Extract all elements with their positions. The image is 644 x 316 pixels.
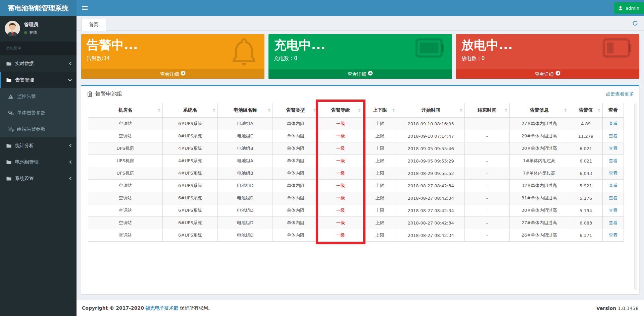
sort-icon[interactable] <box>564 109 567 112</box>
card-inner: 充电中... 充电数：0 <box>268 34 452 66</box>
scrollbar-track[interactable] <box>634 104 637 290</box>
table-cell: 2018-08-27 08:42:34 <box>397 204 464 217</box>
card-detail-link[interactable]: 查看详细 <box>268 69 452 79</box>
column-header-8[interactable]: 告警信息 <box>509 103 569 118</box>
table-cell: 空调站 <box>88 130 163 142</box>
table-cell: 上限 <box>363 217 397 229</box>
submenu-item-label: 单体告警参数 <box>17 110 45 116</box>
table-cell: 11.279 <box>569 130 603 142</box>
sort-icon[interactable] <box>392 109 395 112</box>
table-cell: 上限 <box>363 229 397 242</box>
column-header-7[interactable]: 结束时间 <box>464 103 509 118</box>
sidebar-item-3[interactable]: 电池组管理 <box>0 154 77 170</box>
view-detail-link[interactable]: 查看 <box>609 121 617 126</box>
table-cell: 6#UPS系统 <box>162 180 217 192</box>
sort-icon[interactable] <box>313 109 316 112</box>
column-header-4[interactable]: 告警等级 <box>318 103 363 118</box>
status-card-0: 告警中... 告警数:34 查看详细 <box>81 34 264 79</box>
table-cell: 电池组D <box>218 204 273 217</box>
table-cell: 2018-08-27 08:42:34 <box>397 192 464 204</box>
view-detail-link[interactable]: 查看 <box>609 183 617 188</box>
submenu-item-1-0[interactable]: 监控告警 <box>0 88 77 105</box>
column-header-6[interactable]: 开始时间 <box>397 103 464 118</box>
folder-icon <box>6 61 12 66</box>
sort-icon[interactable] <box>268 109 270 112</box>
tab-home[interactable]: 首页 <box>81 18 106 31</box>
table-cell: - <box>464 155 509 167</box>
sort-icon[interactable] <box>598 109 600 112</box>
column-header-2[interactable]: 电池组名称 <box>218 103 273 118</box>
table-cell: 电池组D <box>218 229 273 242</box>
user-menu-button[interactable]: admin <box>614 2 644 14</box>
refresh-icon[interactable] <box>632 20 638 27</box>
table-row: 空调站6#UPS系统电池组D单体内阻一级上限2018-08-27 08:42:3… <box>88 204 624 217</box>
sidebar-item-0[interactable]: 实时数据 <box>0 55 77 72</box>
view-more-link[interactable]: 点击查看更多 <box>606 91 634 97</box>
sort-icon[interactable] <box>358 109 361 112</box>
table-cell: 上限 <box>363 130 397 142</box>
sidebar-toggle-button[interactable] <box>77 0 93 16</box>
table-cell: 27#单体内阻过高 <box>509 217 569 229</box>
column-header-10[interactable]: 查看 <box>603 103 624 118</box>
view-detail-link[interactable]: 查看 <box>609 146 617 151</box>
sort-icon[interactable] <box>213 109 215 112</box>
table-cell: 1#单体内阻过高 <box>509 155 569 167</box>
view-detail-link[interactable]: 查看 <box>609 220 617 225</box>
sidebar-item-2[interactable]: 统计分析 <box>0 137 77 154</box>
table-cell: 单体内阻 <box>273 130 318 142</box>
table-row: UPS机房4#UPS系统电池组B单体内阻一级上限2018-08-29 09:55… <box>88 167 624 180</box>
sidebar-item-1[interactable]: 告警管理 <box>0 72 77 88</box>
alarm-level: 一级 <box>336 146 345 151</box>
table-cell: 单体内阻 <box>273 142 318 155</box>
status-cards-row: 告警中... 告警数:34 查看详细 充电中... 充电数：0 查看详细 放电中… <box>77 31 644 79</box>
user-menu-label: admin <box>626 6 639 11</box>
table-cell: 空调站 <box>88 180 163 192</box>
column-header-3[interactable]: 告警类型 <box>273 103 318 118</box>
view-detail-link[interactable]: 查看 <box>609 158 617 163</box>
column-header-9[interactable]: 告警值 <box>569 103 603 118</box>
app-logo: 蓄电池智能管理系统 <box>0 0 77 16</box>
sort-icon[interactable] <box>158 109 160 112</box>
submenu-item-label: 组端告警参数 <box>17 126 45 132</box>
table-cell: 2018-09-05 09:55:29 <box>397 155 464 167</box>
table-cell: 2018-08-27 08:42:34 <box>397 180 464 192</box>
table-cell: 空调站 <box>88 204 163 217</box>
table-cell: 6#UPS系统 <box>162 204 217 217</box>
table-cell: 单体内阻 <box>273 180 318 192</box>
table-cell: 29#单体内阻过高 <box>509 130 569 142</box>
alarm-table-zone: 机房名系统名电池组名称告警类型告警等级上下限开始时间结束时间告警信息告警值查看 … <box>88 103 632 284</box>
card-subtitle: 放电数：0 <box>461 55 634 62</box>
table-cell: 电池组B <box>218 142 273 155</box>
avatar <box>5 21 20 36</box>
sort-icon[interactable] <box>460 109 462 112</box>
card-title: 放电中... <box>461 38 634 53</box>
status-card-2: 放电中... 放电数：0 查看详细 <box>456 34 639 79</box>
table-cell: 电池组B <box>218 167 273 180</box>
sidebar-item-label: 实时数据 <box>15 61 34 67</box>
sidebar-item-4[interactable]: 系统设置 <box>0 170 77 187</box>
view-detail-link[interactable]: 查看 <box>609 133 617 138</box>
sidebar-item-label: 统计分析 <box>15 143 34 149</box>
card-title: 充电中... <box>274 38 446 53</box>
column-header-1[interactable]: 系统名 <box>162 103 217 118</box>
company-link[interactable]: 福光电子技术部 <box>145 305 178 311</box>
column-header-0[interactable]: 机房名 <box>88 103 163 118</box>
alarm-level: 一级 <box>336 195 345 200</box>
table-cell: 8#UPS系统 <box>162 130 217 142</box>
view-detail-link[interactable]: 查看 <box>609 171 617 176</box>
view-detail-link[interactable]: 查看 <box>609 233 617 238</box>
view-detail-link[interactable]: 查看 <box>609 195 617 200</box>
chevron-left-icon <box>69 62 72 65</box>
card-detail-link[interactable]: 查看详细 <box>456 69 639 79</box>
column-header-5[interactable]: 上下限 <box>363 103 397 118</box>
table-cell: 上限 <box>363 142 397 155</box>
user-status[interactable]: 在线 <box>24 30 38 36</box>
table-cell: 6#UPS系统 <box>162 118 217 130</box>
sort-icon[interactable] <box>505 109 507 112</box>
submenu-item-1-2[interactable]: 组端告警参数 <box>0 121 77 137</box>
table-cell: - <box>464 180 509 192</box>
card-detail-link[interactable]: 查看详细 <box>81 69 264 79</box>
view-detail-link[interactable]: 查看 <box>609 208 617 213</box>
submenu-item-1-1[interactable]: 单体告警参数 <box>0 105 77 121</box>
table-cell: 2018-09-10 07:14:47 <box>397 130 464 142</box>
